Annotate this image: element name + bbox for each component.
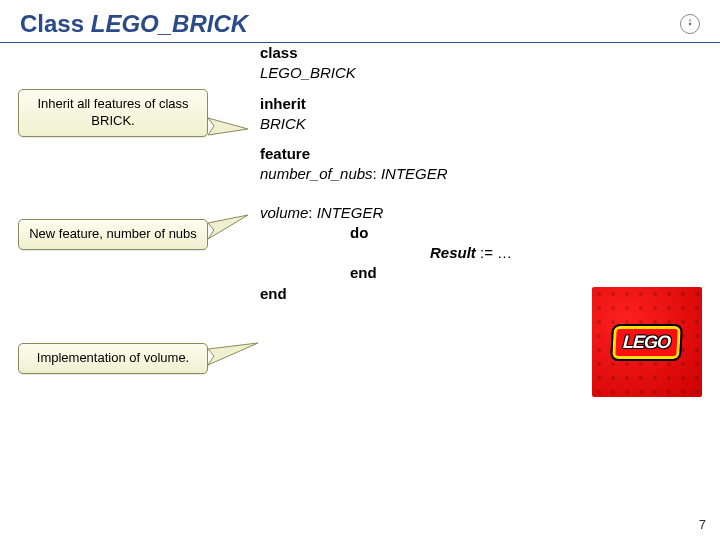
callout-impl-text: Implementation of volume. [37, 350, 189, 365]
code-classname: LEGO_BRICK [260, 64, 356, 81]
callout-impl: Implementation of volume. [18, 343, 208, 374]
code-feat-name: volume [260, 204, 308, 221]
title-prefix: Class [20, 10, 91, 37]
code-kw-feature: feature [260, 145, 310, 162]
svg-point-0 [689, 23, 691, 25]
callout-inherit-text: Inherit all features of class BRICK. [37, 96, 188, 128]
lego-wordmark: LEGO [613, 326, 682, 359]
code-kw-inherit: inherit [260, 95, 306, 112]
svg-marker-3 [208, 343, 258, 365]
code-colon: : [308, 204, 316, 221]
code-parentclass: BRICK [260, 115, 306, 132]
code-kw-do: do [350, 224, 368, 241]
callout-newfeature-text: New feature, number of nubs [29, 226, 197, 241]
slide-content: Inherit all features of class BRICK. New… [0, 43, 720, 483]
code-assign: := … [476, 244, 512, 261]
svg-marker-1 [208, 118, 248, 135]
pointer-arrow-icon [208, 213, 258, 243]
slide-header: Class LEGO_BRICK [0, 0, 720, 43]
code-result: Result [430, 244, 476, 261]
corner-logo-icon [680, 14, 700, 34]
code-kw-end: end [350, 264, 377, 281]
title-classname: LEGO_BRICK [91, 10, 248, 37]
code-type: INTEGER [317, 204, 384, 221]
pointer-arrow-icon [208, 339, 268, 369]
code-block: class LEGO_BRICK inherit BRICK feature n… [260, 43, 512, 304]
code-kw-end: end [260, 285, 287, 302]
page-number: 7 [699, 517, 706, 532]
svg-marker-2 [208, 215, 248, 239]
code-type: INTEGER [381, 165, 448, 182]
code-feat-name: number_of_nubs [260, 165, 373, 182]
code-kw-class: class [260, 44, 298, 61]
lego-logo-image: LEGO [592, 287, 702, 397]
callout-newfeature: New feature, number of nubs [18, 219, 208, 250]
slide-title: Class LEGO_BRICK [20, 10, 248, 38]
code-colon: : [373, 165, 381, 182]
pointer-arrow-icon [208, 113, 258, 143]
callout-inherit: Inherit all features of class BRICK. [18, 89, 208, 137]
